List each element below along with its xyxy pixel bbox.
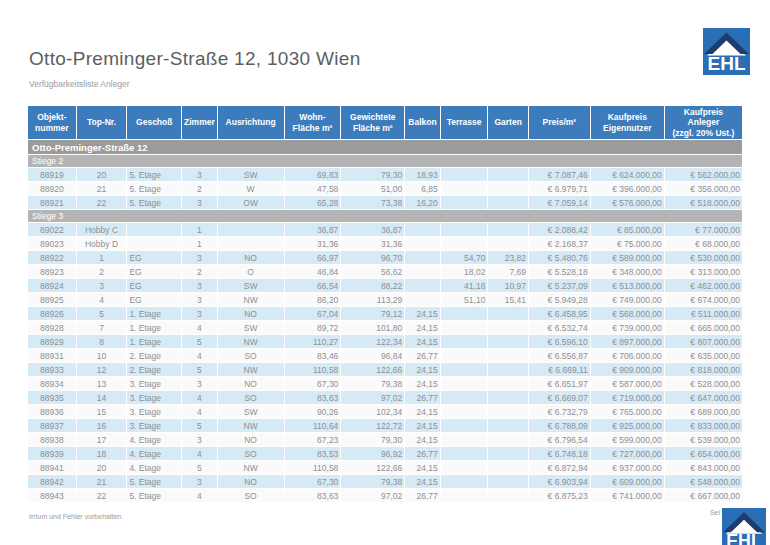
table-row: 88936153. Etage4SW90,26102,3424,15€ 6.73…	[28, 405, 742, 418]
cell: 2. Etage	[127, 363, 181, 376]
cell: 23,82	[488, 251, 528, 264]
cell	[488, 307, 528, 320]
cell: NO	[218, 251, 284, 264]
cell: 67,30	[285, 475, 341, 488]
section-header: Stiege 3	[28, 210, 742, 222]
table-row: 889232EG2O46,8456,6218,027,69€ 5.528,18€…	[28, 265, 742, 278]
availability-table: Objekt- nummerTop-Nr.GeschoßZimmerAusric…	[27, 105, 743, 503]
cell: SW	[218, 321, 284, 334]
cell: 88943	[28, 489, 76, 502]
cell: 24,15	[405, 419, 439, 432]
cell: € 647.000,00	[665, 391, 742, 404]
cell: 65,28	[285, 196, 341, 209]
header-row: Objekt- nummerTop-Nr.GeschoßZimmerAusric…	[28, 106, 742, 139]
cell: NO	[218, 377, 284, 390]
cell: 88926	[28, 307, 76, 320]
cell	[488, 223, 528, 236]
table-row: 889254EG3NW86,20113,2951,1015,41€ 5.949,…	[28, 293, 742, 306]
section-header-label: Stiege 3	[28, 210, 742, 222]
cell: 1. Etage	[127, 307, 181, 320]
cell: 16	[77, 419, 127, 432]
cell: € 530.000,00	[665, 251, 742, 264]
cell	[441, 377, 488, 390]
column-header: Kaufpreis Anleger (zzgl. 20% Ust.)	[665, 106, 742, 139]
cell	[127, 237, 181, 250]
cell: 3	[77, 279, 127, 292]
cell: 4	[182, 321, 216, 334]
column-header: Gewichtete Fläche m²	[341, 106, 404, 139]
cell: 88942	[28, 475, 76, 488]
table-row: 89023Hobby D131,3631,36€ 2.168,37€ 75.00…	[28, 237, 742, 250]
cell: NW	[218, 419, 284, 432]
cell: 3. Etage	[127, 405, 181, 418]
cell: € 807.000,00	[665, 335, 742, 348]
cell: 110,58	[285, 461, 341, 474]
cell: € 5.949,28	[529, 293, 590, 306]
cell: € 599.000,00	[591, 433, 664, 446]
cell	[441, 168, 488, 181]
cell: 4	[77, 293, 127, 306]
cell: 18,02	[441, 265, 488, 278]
cell: 96,92	[341, 447, 404, 460]
cell: 122,66	[341, 461, 404, 474]
property-group-header: Otto-Preminger-Straße 12	[28, 140, 742, 154]
table-row: 88942215. Etage3NO67,3079,3824,15€ 6.903…	[28, 475, 742, 488]
table-row: 88939184. Etage4SO83,5396,9226,77€ 6.748…	[28, 447, 742, 460]
cell: EG	[127, 251, 181, 264]
cell: NW	[218, 363, 284, 376]
section-header-label: Stiege 2	[28, 155, 742, 167]
cell: € 6.903,94	[529, 475, 590, 488]
cell: € 7.087,46	[529, 168, 590, 181]
cell: € 6.748,18	[529, 447, 590, 460]
cell: EG	[127, 293, 181, 306]
cell: € 635.000,00	[665, 349, 742, 362]
cell	[488, 196, 528, 209]
cell: 3	[182, 307, 216, 320]
cell: € 5.237,09	[529, 279, 590, 292]
table-row: 88921225. Etage3OW65,2873,3816,20€ 7.059…	[28, 196, 742, 209]
footer-disclaimer: Irrtum und Fehler vorbehalten.	[29, 513, 123, 520]
cell: € 727.000,00	[591, 447, 664, 460]
cell: € 348.000,00	[591, 265, 664, 278]
cell: 88919	[28, 168, 76, 181]
cell: € 665.000,00	[665, 321, 742, 334]
table-row: 889243EG3SW66,5488,2241,1610,97€ 5.237,0…	[28, 279, 742, 292]
cell: € 539.000,00	[665, 433, 742, 446]
cell: 1	[77, 251, 127, 264]
cell: € 6.532,74	[529, 321, 590, 334]
cell	[441, 196, 488, 209]
cell: EG	[127, 265, 181, 278]
cell	[441, 335, 488, 348]
cell: € 313.000,00	[665, 265, 742, 278]
cell: 4. Etage	[127, 447, 181, 460]
table-row: 88941204. Etage5NW110,58122,6624,15€ 6.8…	[28, 461, 742, 474]
cell: € 589.000,00	[591, 251, 664, 264]
cell: 2. Etage	[127, 349, 181, 362]
cell: 88925	[28, 293, 76, 306]
cell: 5. Etage	[127, 196, 181, 209]
cell	[218, 237, 284, 250]
cell	[488, 447, 528, 460]
cell: NO	[218, 475, 284, 488]
table-header: Objekt- nummerTop-Nr.GeschoßZimmerAusric…	[28, 106, 742, 139]
column-header: Balkon	[405, 106, 439, 139]
cell	[488, 335, 528, 348]
table-row: 88938174. Etage3NO67,2379,3024,15€ 6.796…	[28, 433, 742, 446]
cell: 67,30	[285, 377, 341, 390]
cell: € 548.000,00	[665, 475, 742, 488]
property-group-header-label: Otto-Preminger-Straße 12	[28, 140, 742, 154]
cell: 24,15	[405, 377, 439, 390]
cell	[441, 223, 488, 236]
cell: 5	[182, 335, 216, 348]
cell	[405, 251, 439, 264]
cell: NW	[218, 335, 284, 348]
cell: 4. Etage	[127, 461, 181, 474]
cell: € 528.000,00	[665, 377, 742, 390]
cell: € 85.000,00	[591, 223, 664, 236]
cell: € 667.000,00	[665, 489, 742, 502]
cell: 88928	[28, 321, 76, 334]
cell: 3	[182, 168, 216, 181]
cell: 47,58	[285, 182, 341, 195]
cell	[127, 223, 181, 236]
cell	[488, 489, 528, 502]
